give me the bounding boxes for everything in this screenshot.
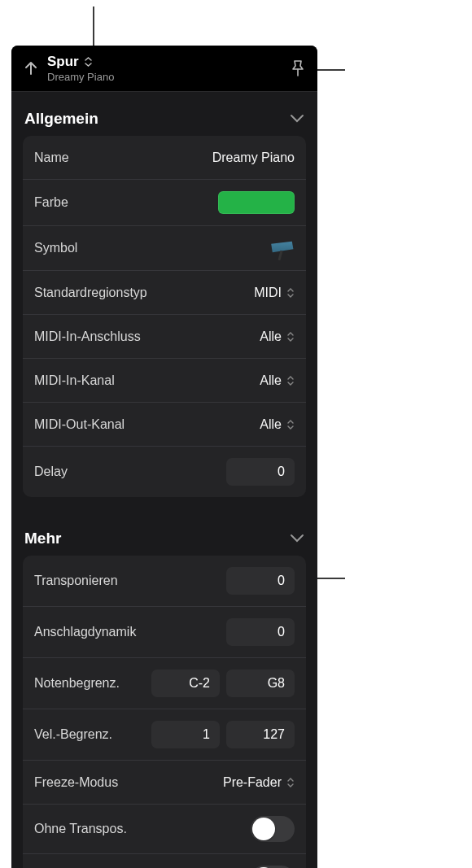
chevron-down-icon [290, 114, 304, 124]
header-text: Spur Dreamy Piano [47, 54, 290, 83]
vel-limit-low-field[interactable]: 1 [151, 721, 220, 748]
section-general: Allgemein Name Dreamy Piano Farbe Symbol… [11, 92, 317, 512]
section-more: Mehr Transponieren 0 Anschlagdynamik 0 N… [11, 512, 317, 868]
value-name: Dreamy Piano [212, 150, 295, 165]
chevron-down-icon [290, 534, 304, 543]
midi-in-port-text: Alle [260, 329, 282, 344]
updown-caret-icon [84, 56, 93, 68]
row-vel-limit: Vel.-Begrenz. 1 127 [23, 709, 306, 761]
vel-limit-low: 1 [203, 727, 210, 742]
note-limit-group: C-2 G8 [151, 670, 295, 697]
delay-value: 0 [278, 465, 285, 479]
track-type-selector[interactable]: Spur [47, 54, 290, 70]
updown-caret-icon [286, 287, 295, 299]
row-velocity: Anschlagdynamik 0 [23, 607, 306, 658]
midi-in-ch-text: Alle [260, 373, 282, 388]
updown-caret-icon [286, 419, 295, 430]
section-more-header[interactable]: Mehr [11, 520, 317, 556]
pin-icon [290, 59, 306, 77]
pin-button[interactable] [290, 59, 306, 77]
row-name[interactable]: Name Dreamy Piano [23, 136, 306, 180]
label-no-transpose: Ohne Transpos. [34, 822, 127, 836]
transpose-value: 0 [278, 574, 285, 588]
header-title-label: Spur [47, 54, 79, 70]
region-type-text: MIDI [254, 286, 282, 300]
vel-limit-high-field[interactable]: 127 [226, 721, 295, 748]
label-note-limit: Notenbegrenz. [34, 676, 120, 691]
label-midi-out-ch: MIDI-Out-Kanal [34, 417, 125, 432]
label-velocity: Anschlagdynamik [34, 625, 136, 639]
note-limit-high: G8 [268, 676, 285, 691]
row-no-transpose: Ohne Transpos. [23, 805, 306, 854]
label-freeze: Freeze-Modus [34, 775, 118, 790]
no-transpose-toggle[interactable] [251, 816, 295, 842]
row-symbol[interactable]: Symbol [23, 226, 306, 271]
row-transpose: Transponieren 0 [23, 556, 306, 607]
more-card: Transponieren 0 Anschlagdynamik 0 Notenb… [23, 556, 306, 868]
label-region-type: Standardregionstyp [34, 286, 147, 300]
row-color[interactable]: Farbe [23, 180, 306, 226]
value-midi-in-port: Alle [260, 329, 295, 344]
label-color: Farbe [34, 195, 68, 210]
track-symbol-icon[interactable] [269, 238, 295, 259]
track-inspector-panel: Spur Dreamy Piano Allgemein Na [11, 46, 317, 868]
transpose-field[interactable]: 0 [226, 567, 295, 595]
label-transpose: Transponieren [34, 574, 118, 588]
note-limit-low-field[interactable]: C-2 [151, 670, 220, 697]
label-delay: Delay [34, 465, 68, 479]
label-midi-in-port: MIDI-In-Anschluss [34, 329, 141, 344]
row-midi-in-ch[interactable]: MIDI-In-Kanal Alle [23, 359, 306, 403]
value-freeze: Pre-Fader [223, 775, 295, 790]
track-name-subtitle: Dreamy Piano [47, 71, 290, 83]
row-note-limit: Notenbegrenz. C-2 G8 [23, 658, 306, 709]
label-symbol: Symbol [34, 241, 77, 255]
note-limit-high-field[interactable]: G8 [226, 670, 295, 697]
row-midi-out-ch[interactable]: MIDI-Out-Kanal Alle [23, 403, 306, 447]
toggle-knob [252, 818, 275, 840]
section-general-header[interactable]: Allgemein [11, 100, 317, 136]
row-midi-in-port[interactable]: MIDI-In-Anschluss Alle [23, 315, 306, 359]
label-name: Name [34, 150, 69, 165]
label-midi-in-ch: MIDI-In-Kanal [34, 373, 115, 388]
updown-caret-icon [286, 777, 295, 788]
velocity-field[interactable]: 0 [226, 618, 295, 646]
up-arrow-icon [23, 60, 39, 76]
note-limit-low: C-2 [189, 676, 210, 691]
midi-out-ch-text: Alle [260, 417, 282, 432]
updown-caret-icon [286, 331, 295, 342]
updown-caret-icon [286, 375, 295, 386]
back-button[interactable] [23, 60, 39, 76]
row-no-reset: Kein Reset [23, 854, 306, 868]
general-card: Name Dreamy Piano Farbe Symbol Standardr… [23, 136, 306, 497]
velocity-value: 0 [278, 625, 285, 639]
inspector-header: Spur Dreamy Piano [11, 46, 317, 92]
color-swatch[interactable] [218, 191, 295, 214]
label-vel-limit: Vel.-Begrenz. [34, 727, 112, 742]
vel-limit-group: 1 127 [151, 721, 295, 748]
value-midi-out-ch: Alle [260, 417, 295, 432]
delay-field[interactable]: 0 [226, 458, 295, 486]
vel-limit-high: 127 [263, 727, 285, 742]
section-general-title: Allgemein [24, 110, 98, 128]
row-delay: Delay 0 [23, 447, 306, 497]
freeze-text: Pre-Fader [223, 775, 282, 790]
row-region-type[interactable]: Standardregionstyp MIDI [23, 271, 306, 315]
row-freeze[interactable]: Freeze-Modus Pre-Fader [23, 761, 306, 805]
value-region-type: MIDI [254, 286, 295, 300]
section-more-title: Mehr [24, 530, 61, 547]
value-midi-in-ch: Alle [260, 373, 295, 388]
